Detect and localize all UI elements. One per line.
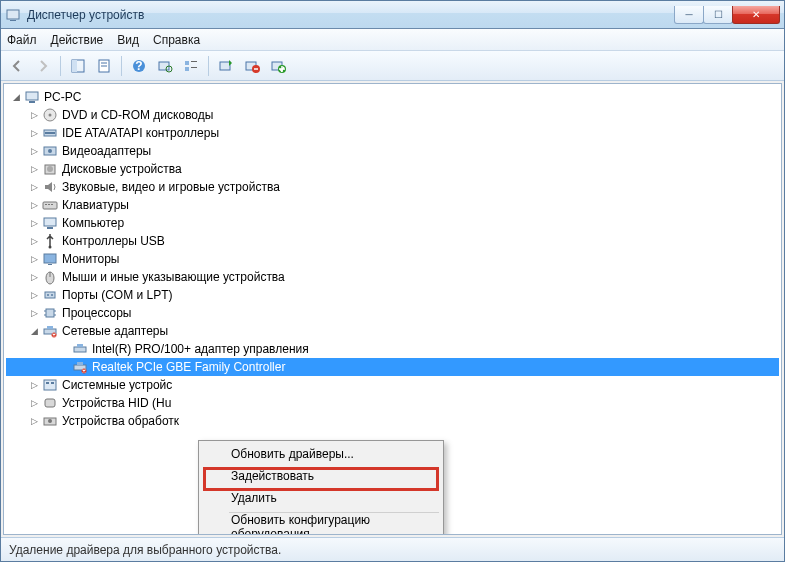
menu-file[interactable]: Файл — [7, 33, 37, 47]
toolbar: ? — [1, 51, 784, 81]
device-manager-window: Диспетчер устройств ─ ☐ ✕ Файл Действие … — [0, 0, 785, 562]
network-adapter-icon — [72, 359, 88, 375]
tree-category-label: Звуковые, видео и игровые устройства — [62, 180, 280, 194]
minimize-button[interactable]: ─ — [674, 6, 704, 24]
tree-category[interactable]: ▷Видеоадаптеры — [6, 142, 779, 160]
expand-icon[interactable]: ▷ — [26, 107, 42, 123]
tree-category[interactable]: ▷Процессоры — [6, 304, 779, 322]
forward-button[interactable] — [31, 54, 55, 78]
maximize-button[interactable]: ☐ — [703, 6, 733, 24]
svg-point-43 — [47, 294, 49, 296]
svg-point-44 — [51, 294, 53, 296]
expand-icon[interactable]: ▷ — [26, 215, 42, 231]
expand-icon[interactable]: ▷ — [26, 197, 42, 213]
context-delete[interactable]: Удалить — [201, 487, 441, 509]
svg-rect-39 — [48, 264, 52, 265]
tree-category[interactable]: ▷IDE ATA/ATAPI контроллеры — [6, 124, 779, 142]
device-category-icon — [42, 395, 58, 411]
svg-rect-12 — [185, 67, 189, 71]
expand-icon[interactable]: ▷ — [26, 125, 42, 141]
tree-category[interactable]: ▷DVD и CD-ROM дисководы — [6, 106, 779, 124]
tree-category-label: Сетевые адаптеры — [62, 324, 168, 338]
collapse-icon[interactable]: ◢ — [26, 323, 42, 339]
tree-category[interactable]: ◢Сетевые адаптеры — [6, 322, 779, 340]
expand-icon[interactable]: ▷ — [26, 179, 42, 195]
help-button[interactable]: ? — [127, 54, 151, 78]
device-category-icon — [42, 269, 58, 285]
svg-rect-1 — [10, 20, 16, 21]
expand-icon[interactable]: ▷ — [26, 395, 42, 411]
expand-icon[interactable]: ▷ — [26, 269, 42, 285]
svg-rect-15 — [220, 62, 230, 70]
svg-rect-21 — [26, 92, 38, 100]
tree-category[interactable]: ▷Мыши и иные указывающие устройства — [6, 268, 779, 286]
expand-icon[interactable]: ▷ — [26, 413, 42, 429]
device-category-icon — [42, 233, 58, 249]
tree-device[interactable]: Realtek PCIe GBE Family Controller — [6, 358, 779, 376]
tree-category[interactable]: ▷Компьютер — [6, 214, 779, 232]
context-scan-hardware[interactable]: Обновить конфигурацию оборудования — [201, 516, 441, 535]
back-button[interactable] — [5, 54, 29, 78]
tree-device-label: Intel(R) PRO/100+ адаптер управления — [92, 342, 309, 356]
collapse-icon[interactable]: ◢ — [8, 89, 24, 105]
tree-category[interactable]: ▷Порты (COM и LPT) — [6, 286, 779, 304]
tree-category-label: Устройства HID (Hu — [62, 396, 171, 410]
uninstall-button[interactable] — [240, 54, 264, 78]
expand-icon[interactable]: ▷ — [26, 377, 42, 393]
device-category-icon — [42, 197, 58, 213]
context-enable[interactable]: Задействовать — [201, 465, 441, 487]
svg-rect-60 — [51, 382, 54, 384]
svg-point-30 — [47, 166, 53, 172]
tree-category-label: Клавиатуры — [62, 198, 129, 212]
expand-icon[interactable]: ▷ — [26, 161, 42, 177]
expand-icon[interactable]: ▷ — [26, 287, 42, 303]
expand-icon[interactable]: ▷ — [26, 233, 42, 249]
tree-category-label: Дисковые устройства — [62, 162, 182, 176]
svg-rect-61 — [45, 399, 55, 407]
device-tree-panel[interactable]: ◢ PC-PC ▷DVD и CD-ROM дисководы▷IDE ATA/… — [3, 83, 782, 535]
svg-rect-11 — [185, 61, 189, 65]
expand-icon[interactable]: ▷ — [26, 143, 42, 159]
tree-device[interactable]: Intel(R) PRO/100+ адаптер управления — [6, 340, 779, 358]
device-category-icon — [42, 215, 58, 231]
computer-icon — [24, 89, 40, 105]
scan-button[interactable] — [153, 54, 177, 78]
properties-button[interactable] — [92, 54, 116, 78]
device-category-icon — [42, 323, 58, 339]
tree-category[interactable]: ▷Звуковые, видео и игровые устройства — [6, 178, 779, 196]
device-category-icon — [42, 287, 58, 303]
tree-category[interactable]: ▷Устройства обработк — [6, 412, 779, 430]
close-button[interactable]: ✕ — [732, 6, 780, 24]
tree-category-label: Порты (COM и LPT) — [62, 288, 173, 302]
device-category-icon — [42, 161, 58, 177]
tree-category-label: Устройства обработк — [62, 414, 179, 428]
show-hidden-button[interactable] — [66, 54, 90, 78]
expand-icon[interactable]: ▷ — [26, 251, 42, 267]
tree-category-label: Компьютер — [62, 216, 124, 230]
menu-action[interactable]: Действие — [51, 33, 104, 47]
titlebar[interactable]: Диспетчер устройств ─ ☐ ✕ — [1, 1, 784, 29]
svg-rect-58 — [44, 380, 56, 390]
context-update-drivers[interactable]: Обновить драйверы... — [201, 443, 441, 465]
tree-root[interactable]: ◢ PC-PC — [6, 88, 779, 106]
device-tree[interactable]: ◢ PC-PC ▷DVD и CD-ROM дисководы▷IDE ATA/… — [6, 88, 779, 430]
enable-button[interactable] — [266, 54, 290, 78]
svg-rect-31 — [43, 202, 57, 209]
svg-point-28 — [48, 149, 52, 153]
tree-category-label: Системные устройс — [62, 378, 172, 392]
tree-category[interactable]: ▷Контроллеры USB — [6, 232, 779, 250]
device-category-icon — [42, 377, 58, 393]
tree-category[interactable]: ▷Клавиатуры — [6, 196, 779, 214]
tree-category[interactable]: ▷Дисковые устройства — [6, 160, 779, 178]
expand-icon[interactable]: ▷ — [26, 305, 42, 321]
tree-category[interactable]: ▷Мониторы — [6, 250, 779, 268]
svg-rect-35 — [44, 218, 56, 226]
tree-device-label: Realtek PCIe GBE Family Controller — [92, 360, 285, 374]
tree-category[interactable]: ▷Системные устройс — [6, 376, 779, 394]
svg-rect-3 — [72, 60, 77, 72]
update-driver-button[interactable] — [214, 54, 238, 78]
menu-help[interactable]: Справка — [153, 33, 200, 47]
menu-view[interactable]: Вид — [117, 33, 139, 47]
tree-category[interactable]: ▷Устройства HID (Hu — [6, 394, 779, 412]
view-button[interactable] — [179, 54, 203, 78]
